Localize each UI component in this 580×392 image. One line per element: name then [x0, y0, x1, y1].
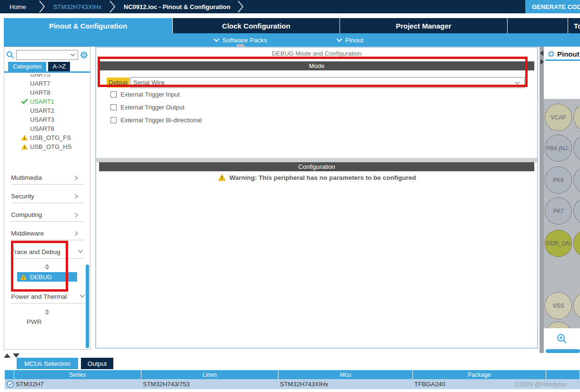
pin-partial[interactable] — [573, 167, 580, 194]
sidebar-scrollbar[interactable] — [86, 265, 89, 348]
pin-partial[interactable] — [545, 322, 572, 328]
pin-partial[interactable] — [573, 292, 580, 319]
sidebar-item-pwr[interactable]: PWR — [27, 317, 90, 326]
chevron-right-icon — [74, 194, 79, 199]
sidebar-group-power-and-thermal[interactable]: Power and Thermal — [4, 287, 90, 306]
external-trigger-bidirectional-checkbox[interactable] — [110, 117, 117, 123]
sidebar-group-trace-and-debug[interactable]: Trace and Debug — [4, 243, 90, 261]
pin-pdr-on[interactable]: PDR_ON — [545, 230, 572, 257]
main-tab-bar: Pinout & Configuration Clock Configurati… — [4, 18, 580, 33]
pin-vcap[interactable]: VCAP — [545, 104, 572, 131]
section-splitter[interactable] — [96, 158, 537, 162]
spinner-up-icon — [45, 264, 50, 266]
table-row[interactable]: STM32H7 STM32H743/753 STM32H743XIHx TFBG… — [5, 379, 580, 389]
svg-text:!: ! — [24, 145, 25, 150]
sidebar-item-debug[interactable]: ! DEBUG — [17, 272, 77, 282]
svg-text:!: ! — [221, 176, 222, 181]
collapse-left-icon — [540, 50, 543, 56]
pin-vss[interactable]: VSS — [545, 292, 572, 319]
sidebar-item-usb-otg-fs[interactable]: ! USB_OTG_FS — [4, 133, 90, 142]
chevron-down-icon — [213, 38, 220, 42]
chevron-down-icon — [515, 81, 520, 85]
sidebar-item-uart7[interactable]: UART7 — [4, 79, 90, 88]
tab-output[interactable]: Output — [81, 358, 114, 369]
pinout-view-title: Pinout — [557, 50, 580, 58]
external-trigger-output-checkbox[interactable] — [110, 104, 117, 110]
tab-pinout-configuration[interactable]: Pinout & Configuration — [4, 18, 172, 33]
panel-splitter-handle[interactable] — [540, 47, 544, 353]
chevron-right-icon — [74, 175, 79, 181]
scroll-spinner[interactable] — [4, 309, 90, 315]
generate-code-button[interactable]: GENERATE CODE — [525, 0, 580, 13]
pinout-horizontal-scrollbar[interactable] — [546, 349, 580, 353]
header-mcu[interactable]: Mcu — [279, 370, 413, 379]
warning-icon: ! — [21, 144, 28, 150]
pin-partial[interactable] — [573, 230, 580, 257]
sidebar-filter-tabs: Categories A->Z — [4, 62, 90, 73]
pinout-title-underline — [545, 59, 580, 61]
pin-partial[interactable] — [573, 135, 580, 162]
breadcrumb-bar: Home STM32H743XIHx NC0912.ioc - Pinout &… — [0, 0, 580, 13]
pin-field[interactable]: VCAP PB4 (NJ.. PK6 PK7 PDR_ON VSS — [544, 99, 580, 328]
sidebar-group-security[interactable]: Security — [4, 187, 90, 206]
spinner-down-icon — [45, 313, 50, 315]
search-input[interactable] — [16, 50, 78, 60]
breadcrumb-mcu[interactable]: STM32H743XIHx — [53, 3, 101, 10]
svg-text:!: ! — [24, 136, 25, 141]
pinout-view-body: Pinout VCAP PB4 (NJ.. PK6 PK7 PDR_ON VSS — [544, 47, 580, 353]
tab-project-manager[interactable]: Project Manager — [340, 18, 507, 33]
header-package[interactable]: Package — [413, 370, 546, 379]
pin-pk6[interactable]: PK6 — [545, 167, 572, 194]
tab-bar-spacer — [507, 18, 568, 33]
debug-mode-select[interactable]: Serial Wire — [130, 77, 525, 88]
warning-icon: ! — [20, 274, 27, 280]
scroll-spinner[interactable] — [4, 264, 90, 270]
gear-icon[interactable] — [80, 51, 88, 59]
scroll-up-icon — [4, 353, 10, 358]
pinout-zoom-strip — [544, 328, 580, 349]
sidebar-item-usb-otg-hs[interactable]: ! USB_OTG_HS — [4, 142, 90, 151]
sidebar-item-uart8[interactable]: UART8 — [4, 88, 90, 97]
external-trigger-input-checkbox[interactable] — [110, 91, 117, 98]
pinout-menu[interactable]: Pinout — [336, 33, 363, 47]
tab-tools[interactable]: Tools — [568, 18, 580, 33]
chevron-down-icon — [80, 294, 85, 298]
checkbox-row-trigger-output: External Trigger Output — [110, 101, 537, 114]
debug-mode-row: Debug Serial Wire — [107, 77, 525, 88]
tab-mcus-selection[interactable]: MCUs Selection — [17, 358, 78, 369]
sidebar-item-usart6[interactable]: USART6 — [4, 124, 90, 133]
pin-pk7[interactable]: PK7 — [545, 197, 572, 225]
sidebar-group-computing[interactable]: Computing — [4, 206, 90, 224]
panel-title: DEBUG Mode and Configuration — [96, 48, 537, 57]
chevron-down-icon — [70, 53, 75, 57]
breadcrumb-current: NC0912.ioc - Pinout & Configuration — [124, 3, 230, 10]
breadcrumb-chevron-icon — [39, 0, 46, 13]
zoom-in-icon[interactable] — [556, 333, 568, 344]
svg-text:!: ! — [23, 275, 24, 280]
chevron-right-icon — [74, 212, 79, 218]
header-series[interactable]: Series — [14, 370, 141, 379]
header-lines[interactable]: Lines — [141, 370, 279, 379]
sidebar-item-usart1[interactable]: USART1 — [4, 97, 90, 106]
sidebar-item-usart2[interactable]: USART2 — [4, 106, 90, 115]
pin-partial[interactable] — [573, 104, 580, 131]
collapse-right-icon — [540, 59, 544, 65]
warning-icon: ! — [21, 135, 28, 141]
pin-pb4[interactable]: PB4 (NJ.. — [545, 135, 572, 162]
sidebar-group-middleware[interactable]: Middleware — [4, 224, 90, 243]
tab-categories[interactable]: Categories — [8, 62, 46, 71]
watermark: CSDN @Nandylou — [515, 381, 567, 388]
sidebar-item-usart3[interactable]: USART3 — [4, 115, 90, 124]
software-packs-label: Software Packs — [222, 37, 267, 44]
pin-partial[interactable] — [573, 197, 580, 225]
tab-a-to-z[interactable]: A->Z — [48, 62, 70, 71]
configuration-warning: ! Warning: This peripheral has no parame… — [96, 174, 537, 181]
sidebar-search-row — [4, 49, 90, 61]
sidebar-group-multimedia[interactable]: Multimedia — [4, 168, 90, 187]
breadcrumb-home[interactable]: Home — [10, 3, 26, 10]
tab-clock-configuration[interactable]: Clock Configuration — [172, 18, 340, 33]
bottom-panel-scroll-arrows[interactable] — [4, 353, 20, 358]
configuration-section-header: Configuration — [99, 162, 534, 171]
sidebar-item-uart5[interactable]: UART5 — [4, 74, 90, 79]
breadcrumb-chevron-icon — [237, 0, 244, 13]
